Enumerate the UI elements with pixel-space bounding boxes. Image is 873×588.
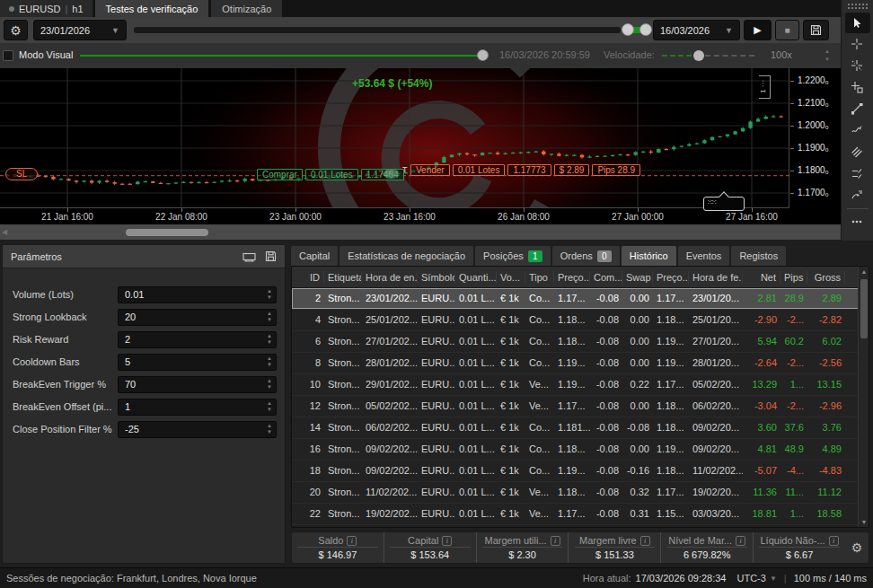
table-row[interactable]: 10Stron...29/01/202...EURU...0.01 L...€ …: [292, 374, 869, 396]
table-scrollbar-thumb[interactable]: [860, 279, 868, 338]
time-axis[interactable]: 21 Jan 16:0022 Jan 08:0023 Jan 00:0023 J…: [0, 208, 789, 224]
save-report-button[interactable]: [803, 20, 829, 40]
buy-order-labels[interactable]: Comprar0.01 Lotes1.17484: [257, 169, 404, 180]
column-header[interactable]: Net: [743, 271, 780, 284]
tool-fibonacci-button[interactable]: [845, 163, 870, 184]
column-header[interactable]: Tipo: [525, 271, 554, 284]
info-icon[interactable]: i: [736, 536, 745, 546]
column-header[interactable]: Vo...: [497, 271, 525, 284]
chart-scrollbar-thumb[interactable]: [126, 229, 208, 236]
toolbar-drag-handle-icon[interactable]: [847, 3, 869, 11]
scroll-down-icon[interactable]: ▼: [859, 519, 869, 525]
chart-callout-handle[interactable]: ⁙⁙: [703, 197, 745, 211]
parameter-input[interactable]: 0.01▲▼: [118, 286, 277, 303]
column-header[interactable]: Com...: [590, 271, 622, 284]
play-button[interactable]: ▶: [744, 20, 772, 40]
parameter-stepper[interactable]: ▲▼: [267, 378, 276, 391]
load-parameters-button[interactable]: [242, 251, 256, 262]
save-parameters-button[interactable]: [265, 250, 277, 262]
tool-crosshair-button[interactable]: [845, 34, 870, 55]
speed-stepper[interactable]: ▲▼: [824, 48, 830, 63]
results-tab-hist-rico[interactable]: Histórico: [622, 246, 676, 266]
column-header[interactable]: Quanti...: [455, 271, 497, 284]
column-header[interactable]: Símbolo: [418, 271, 455, 284]
scroll-up-icon[interactable]: ▲: [859, 268, 869, 275]
parameter-stepper[interactable]: ▲▼: [267, 400, 276, 413]
tool-more-button[interactable]: [845, 212, 870, 233]
history-table-header[interactable]: IDEtiquetaHora de en...SímboloQuanti...V…: [292, 267, 869, 288]
range-end-handle[interactable]: [639, 23, 652, 36]
info-icon[interactable]: i: [551, 536, 560, 546]
column-header[interactable]: Preço...: [554, 271, 590, 284]
tool-crosshair-measure-button[interactable]: [845, 56, 870, 76]
table-vertical-scrollbar[interactable]: ▲ ▼: [858, 267, 869, 527]
column-header[interactable]: Swap: [622, 271, 653, 284]
tool-indicators-button[interactable]: [845, 185, 870, 206]
table-row[interactable]: 4Stron...25/01/202...EURU...0.01 L...€ 1…: [292, 310, 869, 331]
column-header[interactable]: Etiqueta: [324, 271, 362, 284]
table-row[interactable]: 12Stron...05/02/202...EURU...0.01 L...€ …: [292, 396, 869, 417]
parameter-stepper[interactable]: ▲▼: [267, 355, 276, 368]
column-header[interactable]: Hora de fe...: [689, 271, 743, 284]
tool-cursor-button[interactable]: [845, 13, 870, 33]
parameter-input[interactable]: 20▲▼: [118, 309, 277, 326]
tool-freehand-draw-button[interactable]: [845, 120, 870, 141]
summary-settings-gear-icon[interactable]: ⚙: [845, 532, 869, 563]
parameter-input[interactable]: 2▲▼: [118, 331, 277, 348]
table-row[interactable]: 2Stron...23/01/202...EURU...0.01 L...€ 1…: [292, 288, 869, 310]
info-icon[interactable]: i: [442, 536, 452, 546]
results-tab-ordens[interactable]: Ordens0: [552, 246, 620, 266]
info-icon[interactable]: i: [640, 536, 650, 546]
speed-slider-handle[interactable]: [693, 50, 704, 61]
table-row[interactable]: 14Stron...06/02/202...EURU...0.01 L...€ …: [292, 417, 869, 439]
parameter-stepper[interactable]: ▲▼: [267, 423, 276, 435]
info-icon[interactable]: i: [829, 536, 839, 546]
parameter-input[interactable]: -25▲▼: [118, 421, 277, 438]
price-chart[interactable]: 1.2200₀1.2100₀1.2000₀1.1900₀1.1800₀1.170…: [0, 68, 841, 224]
tool-trendline-button[interactable]: [845, 99, 870, 119]
parameter-stepper[interactable]: ▲▼: [267, 288, 276, 301]
stop-loss-label[interactable]: SL: [5, 168, 38, 180]
sell-order-labels[interactable]: Vender0.01 Lotes1.17773$ 2.89Pips 28.9: [410, 164, 640, 176]
tab-optimization[interactable]: Otimização: [211, 0, 282, 17]
table-row[interactable]: 18Stron...09/02/202...EURU...0.01 L...€ …: [292, 461, 869, 482]
column-header[interactable]: ID: [292, 271, 324, 284]
date-range-slider-track[interactable]: [134, 27, 621, 33]
stop-button[interactable]: ■: [775, 20, 799, 40]
parameter-stepper[interactable]: ▲▼: [267, 333, 276, 346]
table-row[interactable]: 20Stron...11/02/202...EURU...0.01 L...€ …: [292, 482, 869, 504]
results-tab-eventos[interactable]: Eventos: [678, 246, 730, 266]
results-tab-registos[interactable]: Registos: [731, 246, 786, 266]
parameter-input[interactable]: 5▲▼: [118, 354, 277, 371]
tool-channel-button[interactable]: [845, 142, 870, 162]
table-row[interactable]: 22Stron...19/02/202...EURU...0.01 L...€ …: [292, 504, 869, 525]
progress-handle[interactable]: [477, 49, 489, 61]
column-header[interactable]: Pips: [780, 271, 807, 284]
range-start-handle[interactable]: [622, 23, 634, 36]
results-tab-capital[interactable]: Capital: [291, 246, 338, 266]
table-row[interactable]: 6Stron...27/01/202...EURU...0.01 L...€ 1…: [292, 331, 869, 353]
info-icon[interactable]: i: [347, 536, 357, 546]
settings-gear-button[interactable]: ⚙: [4, 20, 28, 40]
tool-square-crosshair-button[interactable]: [845, 77, 870, 98]
table-row[interactable]: 16Stron...09/02/202...EURU...0.01 L...€ …: [292, 439, 869, 461]
results-tab-posi-es[interactable]: Posições1: [475, 246, 551, 266]
price-axis[interactable]: 1.2200₀1.2100₀1.2000₀1.1900₀1.1800₀1.170…: [790, 68, 841, 208]
column-header[interactable]: Hora de en...: [362, 271, 418, 284]
scroll-left-icon[interactable]: ◀: [2, 228, 7, 236]
table-row[interactable]: 8Stron...28/01/202...EURU...0.01 L...€ 1…: [292, 353, 869, 374]
end-date-select[interactable]: 16/03/2026 ▼: [653, 20, 740, 40]
chart-scrollbar[interactable]: ◀: [0, 224, 841, 241]
parameter-input[interactable]: 70▲▼: [118, 376, 277, 393]
parameter-stepper[interactable]: ▲▼: [267, 311, 276, 323]
speed-slider-track[interactable]: [705, 55, 754, 57]
one-click-widget[interactable]: 1 ⋯: [759, 75, 771, 99]
tab-backtest[interactable]: Testes de verificação: [95, 0, 209, 17]
tab-symbol-chart[interactable]: EURUSD | h1: [0, 0, 93, 17]
column-header[interactable]: Preço...: [653, 271, 689, 284]
timezone-select[interactable]: UTC-3 ▼: [737, 573, 777, 584]
column-header[interactable]: Gross: [807, 271, 845, 284]
visual-mode-checkbox[interactable]: [3, 50, 13, 61]
results-tab-estat-sticas-de-negocia-o[interactable]: Estatísticas de negociação: [340, 246, 473, 266]
parameter-input[interactable]: 1▲▼: [118, 399, 277, 416]
